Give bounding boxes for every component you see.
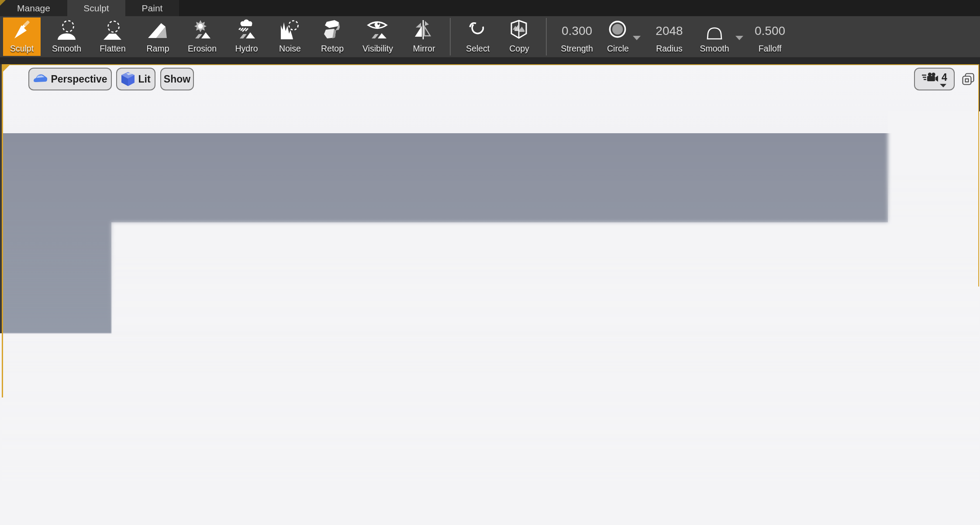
- svg-text:?: ?: [17, 502, 24, 514]
- svg-text:Z: Z: [30, 472, 37, 486]
- svg-text:X: X: [30, 485, 38, 498]
- svg-text:Y: Y: [50, 493, 59, 506]
